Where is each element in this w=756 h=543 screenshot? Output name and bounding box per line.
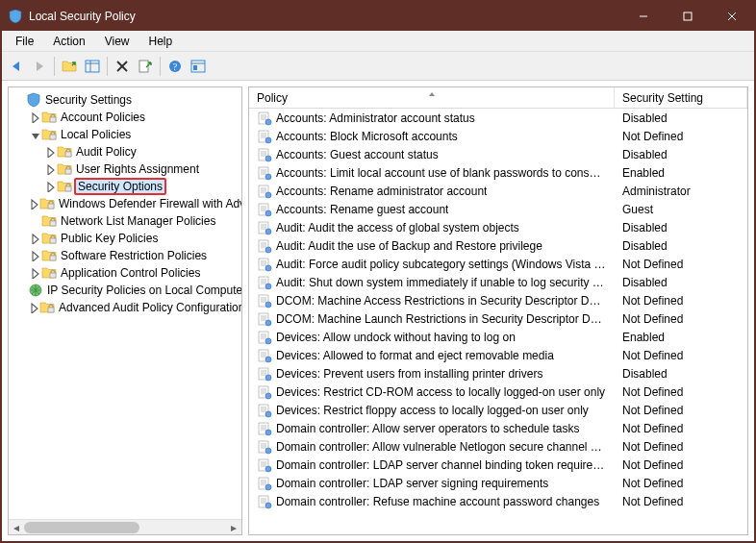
list-row[interactable]: Domain controller: Allow server operator… <box>249 419 747 437</box>
tree-item[interactable]: Network List Manager Policies <box>11 212 241 230</box>
list-row[interactable]: Devices: Restrict CD-ROM access to local… <box>249 383 747 401</box>
properties-button[interactable] <box>188 56 209 77</box>
list-row[interactable]: Accounts: Guest account statusDisabled <box>249 145 747 163</box>
scroll-right-icon[interactable]: ▸ <box>226 520 241 535</box>
list-row[interactable]: Accounts: Rename administrator accountAd… <box>249 182 747 200</box>
chevron-right-icon[interactable] <box>28 302 39 313</box>
tree-item[interactable]: Audit Policy <box>11 143 241 160</box>
policy-name: Domain controller: Refuse machine accoun… <box>276 495 599 508</box>
list-body[interactable]: Accounts: Administrator account statusDi… <box>249 109 747 534</box>
scroll-thumb[interactable] <box>24 522 139 533</box>
tree-item[interactable]: Security Settings <box>11 91 241 109</box>
setting-cell: Not Defined <box>615 385 747 399</box>
tree-item[interactable]: Public Key Policies <box>11 230 241 247</box>
policy-name: Accounts: Administrator account status <box>276 111 475 125</box>
policy-name: Domain controller: Allow server operator… <box>276 422 579 435</box>
setting-cell: Not Defined <box>615 312 747 326</box>
tree-item[interactable]: IP Security Policies on Local Computer <box>11 282 241 299</box>
chevron-right-icon[interactable] <box>43 146 57 158</box>
list-row[interactable]: Domain controller: Refuse machine accoun… <box>249 492 747 510</box>
policy-item-icon <box>257 439 272 455</box>
up-button[interactable] <box>59 56 80 77</box>
chevron-right-icon[interactable] <box>43 181 57 192</box>
menu-view[interactable]: View <box>95 33 139 50</box>
policy-name: Domain controller: LDAP server channel b… <box>276 458 607 472</box>
setting-cell: Disabled <box>615 239 747 253</box>
menu-help[interactable]: Help <box>139 33 183 50</box>
policy-name: Audit: Audit the access of global system… <box>276 221 519 234</box>
help-button[interactable]: ? <box>164 56 186 77</box>
tree-item[interactable]: Security Options <box>11 178 241 195</box>
list-row[interactable]: Accounts: Block Microsoft accountsNot De… <box>249 127 747 145</box>
chevron-down-icon[interactable] <box>28 129 41 140</box>
tree-item-label: IP Security Policies on Local Computer <box>45 284 241 297</box>
list-row[interactable]: Devices: Allow undock without having to … <box>249 328 747 346</box>
tree-item[interactable]: Local Policies <box>11 126 241 143</box>
tree-item[interactable]: Windows Defender Firewall with Advanced … <box>11 195 241 212</box>
list-row[interactable]: Audit: Audit the access of global system… <box>249 218 747 236</box>
policy-item-icon <box>257 275 272 290</box>
close-button[interactable] <box>710 2 754 31</box>
list-row[interactable]: Accounts: Rename guest accountGuest <box>249 200 747 218</box>
list-row[interactable]: Devices: Allowed to format and eject rem… <box>249 346 747 364</box>
policy-item-icon <box>257 147 272 162</box>
chevron-right-icon[interactable] <box>43 163 57 175</box>
policy-name: Devices: Restrict CD-ROM access to local… <box>276 385 605 399</box>
menu-action[interactable]: Action <box>43 33 94 50</box>
maximize-button[interactable] <box>666 2 710 31</box>
policy-name: DCOM: Machine Launch Restrictions in Sec… <box>276 312 607 326</box>
list-row[interactable]: Accounts: Administrator account statusDi… <box>249 109 747 127</box>
policy-item-icon <box>257 330 272 345</box>
policy-item-icon <box>257 494 272 509</box>
minimize-button[interactable] <box>621 2 666 31</box>
setting-cell: Not Defined <box>615 294 747 308</box>
policy-cell: Domain controller: Refuse machine accoun… <box>249 494 615 509</box>
policy-cell: Audit: Force audit policy subcategory se… <box>249 257 615 272</box>
list-row[interactable]: Devices: Restrict floppy access to local… <box>249 401 747 419</box>
tree-pane: Security SettingsAccount PoliciesLocal P… <box>8 86 242 535</box>
toolbar-separator <box>160 57 161 76</box>
back-button[interactable] <box>6 56 27 77</box>
chevron-right-icon[interactable] <box>28 111 41 123</box>
export-button[interactable] <box>135 56 156 77</box>
chevron-right-icon[interactable] <box>28 267 41 279</box>
tree-item[interactable]: Application Control Policies <box>11 264 241 282</box>
policy-name: Accounts: Rename guest account <box>276 203 448 216</box>
chevron-right-icon[interactable] <box>28 250 41 261</box>
tree-hscrollbar[interactable]: ◂ ▸ <box>9 519 241 534</box>
show-hide-tree-button[interactable] <box>82 56 103 77</box>
policy-name: Devices: Allowed to format and eject rem… <box>276 349 554 362</box>
column-header-setting[interactable]: Security Setting <box>615 87 747 108</box>
list-row[interactable]: Domain controller: Allow vulnerable Netl… <box>249 437 747 456</box>
list-row[interactable]: Domain controller: LDAP server channel b… <box>249 456 747 474</box>
policy-cell: Accounts: Limit local account use of bla… <box>249 165 615 181</box>
folder-lock-icon <box>57 179 72 194</box>
tree-item-label: User Rights Assignment <box>74 162 201 176</box>
policy-cell: Devices: Allow undock without having to … <box>249 330 615 345</box>
tree-item[interactable]: Software Restriction Policies <box>11 247 241 264</box>
tree-view[interactable]: Security SettingsAccount PoliciesLocal P… <box>9 87 241 519</box>
chevron-right-icon[interactable] <box>28 233 41 244</box>
chevron-right-icon[interactable] <box>28 198 39 210</box>
policy-item-icon <box>257 257 272 272</box>
list-row[interactable]: DCOM: Machine Launch Restrictions in Sec… <box>249 309 747 328</box>
list-row[interactable]: Audit: Audit the use of Backup and Resto… <box>249 236 747 255</box>
column-header-policy[interactable]: Policy <box>249 87 615 108</box>
list-row[interactable]: DCOM: Machine Access Restrictions in Sec… <box>249 291 747 309</box>
list-row[interactable]: Accounts: Limit local account use of bla… <box>249 163 747 182</box>
folder-lock-icon <box>41 127 57 142</box>
policy-item-icon <box>257 111 272 126</box>
delete-button[interactable] <box>112 56 133 77</box>
scroll-left-icon[interactable]: ◂ <box>9 520 24 535</box>
list-row[interactable]: Audit: Force audit policy subcategory se… <box>249 255 747 273</box>
forward-button[interactable] <box>29 56 50 77</box>
list-row[interactable]: Audit: Shut down system immediately if u… <box>249 273 747 291</box>
tree-item[interactable]: User Rights Assignment <box>11 160 241 178</box>
list-row[interactable]: Domain controller: LDAP server signing r… <box>249 474 747 492</box>
list-row[interactable]: Devices: Prevent users from installing p… <box>249 364 747 383</box>
tree-item[interactable]: Account Policies <box>11 109 241 126</box>
tree-item[interactable]: Advanced Audit Policy Configuration <box>11 299 241 316</box>
menu-file[interactable]: File <box>6 33 43 50</box>
setting-cell: Disabled <box>615 111 747 125</box>
policy-cell: Accounts: Administrator account status <box>249 111 615 126</box>
